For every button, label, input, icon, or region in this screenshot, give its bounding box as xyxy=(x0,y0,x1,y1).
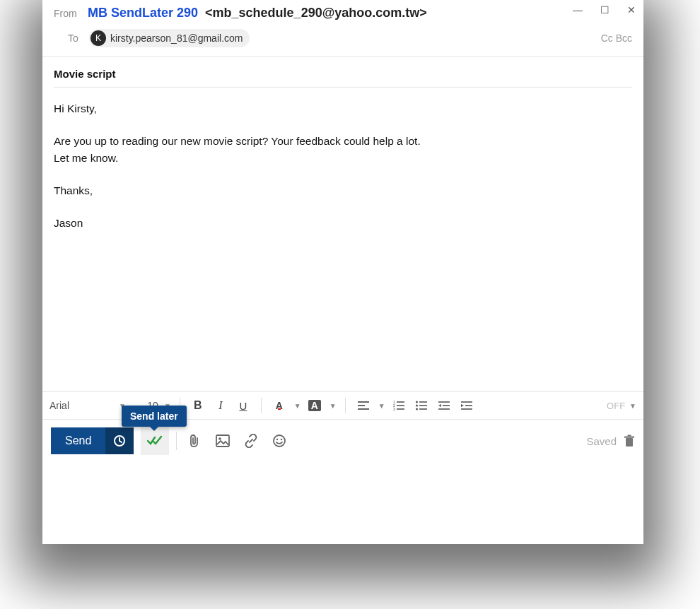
insert-image-button[interactable] xyxy=(212,430,233,451)
emoji-button[interactable] xyxy=(269,430,290,451)
message-body[interactable]: Hi Kirsty, Are you up to reading our new… xyxy=(42,88,643,391)
discard-button[interactable] xyxy=(624,434,635,447)
bold-button[interactable]: B xyxy=(189,396,207,415)
svg-rect-24 xyxy=(216,435,229,447)
body-line: Jason xyxy=(54,215,632,232)
svg-rect-30 xyxy=(624,437,634,438)
to-row: To K kirsty.pearson_81@gmail.com Cc Bcc xyxy=(42,25,643,57)
separator xyxy=(261,398,262,413)
align-button[interactable] xyxy=(354,396,373,415)
svg-point-13 xyxy=(416,405,418,407)
body-line: Hi Kirsty, xyxy=(54,100,632,117)
chevron-down-icon: ▼ xyxy=(378,402,385,410)
cc-button[interactable]: Cc xyxy=(601,32,613,44)
svg-rect-31 xyxy=(628,435,631,437)
svg-point-27 xyxy=(276,439,278,440)
chevron-down-icon: ▼ xyxy=(294,402,301,410)
cc-bcc: Cc Bcc xyxy=(601,32,632,44)
recipient-address: kirsty.pearson_81@gmail.com xyxy=(110,32,243,44)
send-group: Send xyxy=(51,427,134,454)
read-receipt-button[interactable] xyxy=(141,427,169,455)
minimize-button[interactable]: — xyxy=(571,4,584,16)
from-row: From MB SendLater 290 <mb_schedule_290@y… xyxy=(42,0,643,25)
from-label: From xyxy=(54,8,88,19)
from-name[interactable]: MB SendLater 290 xyxy=(88,6,198,20)
font-family-value: Arial xyxy=(49,400,69,411)
maximize-button[interactable]: ☐ xyxy=(598,4,611,16)
recipient-chip[interactable]: K kirsty.pearson_81@gmail.com xyxy=(89,29,250,47)
trash-icon xyxy=(624,434,635,447)
window-controls: — ☐ ✕ xyxy=(571,4,638,16)
insert-link-button[interactable] xyxy=(240,430,262,451)
separator xyxy=(176,432,177,450)
highlight-button[interactable]: A xyxy=(305,396,324,415)
svg-marker-22 xyxy=(461,404,464,407)
to-label: To xyxy=(68,32,89,44)
svg-point-25 xyxy=(219,437,222,440)
bullet-list-button[interactable] xyxy=(412,396,431,415)
image-icon xyxy=(216,434,230,447)
recipient-avatar: K xyxy=(91,30,106,46)
link-icon xyxy=(244,434,258,448)
separator xyxy=(345,398,346,413)
compose-window: — ☐ ✕ From MB SendLater 290 <mb_schedule… xyxy=(42,0,643,544)
send-later-tooltip: Send later xyxy=(122,406,187,427)
send-button[interactable]: Send xyxy=(51,427,105,454)
bcc-button[interactable]: Bcc xyxy=(616,32,632,44)
attach-button[interactable] xyxy=(184,430,205,451)
status-area: Saved xyxy=(586,434,635,447)
font-family-select[interactable]: Arial xyxy=(49,400,113,411)
saved-label: Saved xyxy=(586,435,617,447)
chevron-down-icon: ▼ xyxy=(329,402,337,410)
double-check-icon xyxy=(147,435,163,447)
body-line: Thanks, xyxy=(54,182,632,199)
clock-icon xyxy=(113,434,126,447)
svg-point-12 xyxy=(416,401,418,403)
text-color-button[interactable]: A xyxy=(270,396,288,415)
svg-point-14 xyxy=(416,408,418,410)
numbered-list-button[interactable]: 123 xyxy=(390,396,408,415)
italic-button[interactable]: I xyxy=(211,396,230,415)
body-line: Let me know. xyxy=(54,150,632,167)
close-button[interactable]: ✕ xyxy=(625,4,638,16)
send-later-button[interactable] xyxy=(105,427,134,454)
svg-point-28 xyxy=(281,439,282,440)
indent-button[interactable] xyxy=(457,396,476,415)
format-toggle[interactable]: OFF ▼ xyxy=(607,401,636,411)
underline-button[interactable]: U xyxy=(234,396,252,415)
subject-field[interactable]: Movie script xyxy=(54,68,632,88)
svg-marker-18 xyxy=(438,404,441,407)
smiley-icon xyxy=(272,434,286,448)
svg-rect-29 xyxy=(626,438,633,447)
svg-text:3: 3 xyxy=(393,407,395,410)
format-off-label: OFF xyxy=(607,401,625,411)
from-email: <mb_schedule_290@yahoo.com.tw> xyxy=(205,6,427,20)
outdent-button[interactable] xyxy=(435,396,453,415)
chevron-down-icon: ▼ xyxy=(629,402,636,410)
action-bar: Send later Send Saved xyxy=(42,420,643,463)
svg-point-26 xyxy=(274,435,285,447)
body-line: Are you up to reading our new movie scri… xyxy=(54,133,632,150)
paperclip-icon xyxy=(188,434,201,448)
